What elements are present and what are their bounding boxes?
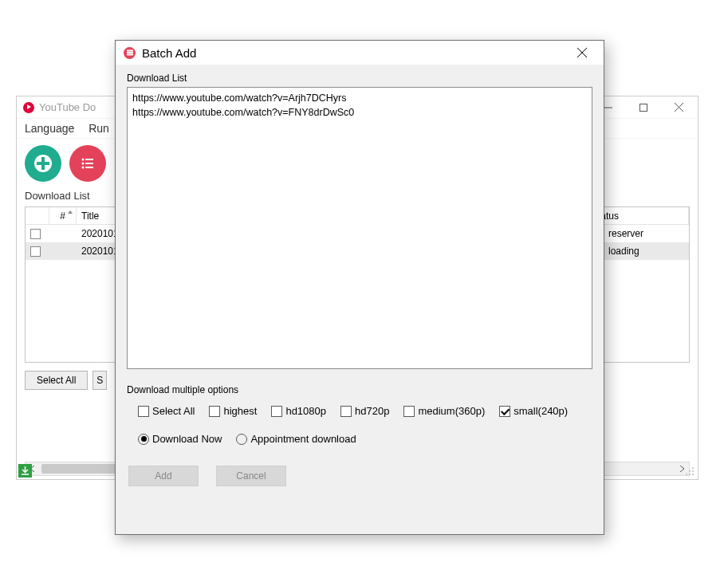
option-hd720p[interactable]: hd720p xyxy=(340,405,389,417)
svg-point-15 xyxy=(692,470,694,472)
mode-appt[interactable]: Appointment download xyxy=(236,433,356,445)
option-select_all[interactable]: Select All xyxy=(138,405,195,417)
window-maximize-button[interactable] xyxy=(626,96,661,119)
app-icon xyxy=(23,102,34,113)
radio-icon xyxy=(236,434,247,445)
svg-point-18 xyxy=(692,474,694,475)
svg-point-7 xyxy=(82,159,85,161)
svg-point-13 xyxy=(692,467,694,469)
menu-run[interactable]: Run xyxy=(89,122,109,135)
options-label: Download multiple options xyxy=(127,384,592,395)
svg-rect-1 xyxy=(640,104,647,111)
dialog-titlebar: Batch Add xyxy=(116,41,604,65)
checkbox-icon xyxy=(138,406,149,417)
toolbar-batch-button[interactable] xyxy=(69,145,106,182)
col-number[interactable]: # xyxy=(49,207,77,224)
batch-add-dialog: Batch Add Download List Download multipl… xyxy=(115,40,604,535)
select-all-button[interactable]: Select All xyxy=(25,371,88,390)
menu-language[interactable]: Language xyxy=(25,122,74,135)
dialog-close-button[interactable] xyxy=(564,41,600,65)
resize-grip-icon xyxy=(685,466,695,476)
svg-point-16 xyxy=(686,474,687,475)
toolbar-add-button[interactable] xyxy=(25,145,61,182)
url-list-input[interactable] xyxy=(127,87,592,369)
resize-grip[interactable] xyxy=(685,466,695,476)
dialog-title: Batch Add xyxy=(142,46,196,60)
row-checkbox[interactable] xyxy=(26,225,49,242)
list-icon xyxy=(78,154,97,173)
cancel-button[interactable]: Cancel xyxy=(216,466,286,486)
col-check[interactable] xyxy=(26,207,49,224)
svg-point-9 xyxy=(82,163,85,165)
svg-point-17 xyxy=(689,474,691,475)
close-icon xyxy=(577,48,587,57)
mode-now[interactable]: Download Now xyxy=(138,433,222,445)
download-arrow-icon xyxy=(21,466,30,475)
svg-point-14 xyxy=(689,470,691,472)
app-title: YouTube Do xyxy=(39,101,96,113)
checkbox-icon xyxy=(403,406,415,417)
secondary-button[interactable]: S xyxy=(92,371,107,390)
svg-rect-6 xyxy=(37,162,49,165)
option-small240p[interactable]: small(240p) xyxy=(499,405,568,417)
chevron-right-icon xyxy=(679,466,685,472)
maximize-icon xyxy=(639,104,647,112)
minimize-icon xyxy=(604,104,612,112)
svg-rect-8 xyxy=(85,159,93,160)
option-hd1080p[interactable]: hd1080p xyxy=(271,405,326,417)
option-medium360p[interactable]: medium(360p) xyxy=(403,405,485,417)
download-badge[interactable] xyxy=(18,464,32,478)
checkbox-icon xyxy=(271,406,282,417)
radio-icon xyxy=(138,434,149,445)
add-button[interactable]: Add xyxy=(128,466,199,486)
dialog-icon xyxy=(124,47,136,59)
checkbox-icon xyxy=(499,406,510,417)
row-checkbox[interactable] xyxy=(26,242,49,260)
window-close-button[interactable] xyxy=(661,96,696,119)
checkbox-icon xyxy=(209,406,220,417)
checkbox-icon xyxy=(340,406,352,417)
close-icon xyxy=(675,103,683,112)
download-list-label: Download List xyxy=(127,73,592,84)
svg-rect-10 xyxy=(85,163,93,164)
svg-rect-12 xyxy=(85,167,93,168)
svg-point-11 xyxy=(82,167,85,169)
option-highest[interactable]: highest xyxy=(209,405,257,417)
plus-icon xyxy=(33,154,53,173)
